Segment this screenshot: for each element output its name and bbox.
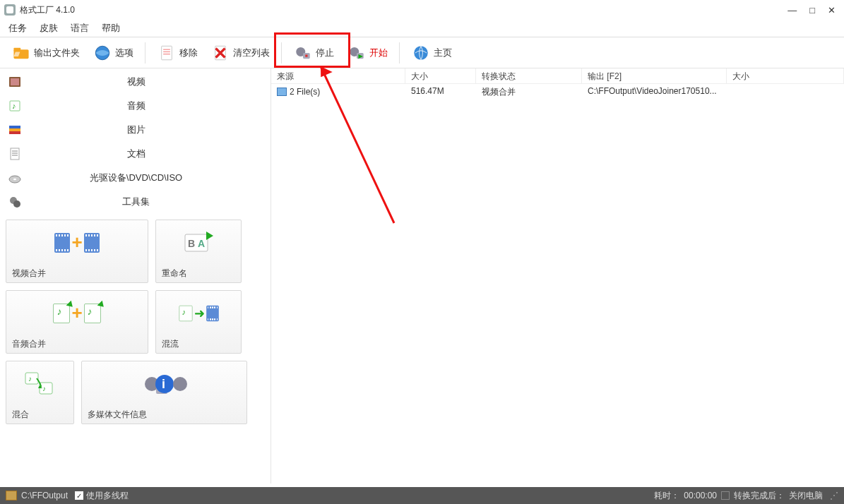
col-output[interactable]: 输出 [F2] xyxy=(582,68,727,83)
app-icon xyxy=(4,4,16,16)
col-source[interactable]: 来源 xyxy=(271,68,405,83)
image-icon xyxy=(7,122,23,138)
stop-button[interactable]: 停止 xyxy=(289,42,338,64)
svg-rect-1 xyxy=(13,47,20,51)
clear-label: 清空列表 xyxy=(233,47,270,59)
category-label: 文档 xyxy=(28,148,244,160)
document-icon xyxy=(7,146,23,162)
svg-rect-11 xyxy=(305,54,307,56)
row-icon xyxy=(277,88,287,96)
svg-text:i: i xyxy=(162,377,165,391)
col-size[interactable]: 大小 xyxy=(405,68,476,83)
titlebar: 格式工厂 4.1.0 — □ ✕ xyxy=(0,0,844,20)
svg-rect-21 xyxy=(9,131,20,134)
tile-art: BA xyxy=(156,220,241,265)
tile-mix[interactable]: ♪♪ 混合 xyxy=(6,361,74,424)
category-list: 视频 ♪ 音频 图片 文档 光驱设备\DVD\CD\ISO 工具集 xyxy=(6,71,265,212)
start-label: 开始 xyxy=(369,47,388,59)
toolbar-separator xyxy=(145,42,145,64)
tile-caption: 音频合并 xyxy=(6,335,148,353)
svg-rect-4 xyxy=(162,46,172,60)
globe-home-icon xyxy=(411,43,431,63)
menu-skin[interactable]: 皮肤 xyxy=(40,22,58,35)
svg-text:♪: ♪ xyxy=(42,385,46,392)
output-folder-label: 输出文件夹 xyxy=(34,47,80,59)
svg-point-41 xyxy=(173,377,187,391)
category-document[interactable]: 文档 xyxy=(6,143,265,164)
tile-caption: 多媒体文件信息 xyxy=(82,406,246,424)
home-label: 主页 xyxy=(434,47,452,59)
category-label: 工具集 xyxy=(28,196,244,208)
disc-icon xyxy=(7,170,23,186)
remove-label: 移除 xyxy=(179,47,198,59)
svg-rect-33 xyxy=(25,373,38,384)
row-size2 xyxy=(727,84,844,100)
output-folder-button[interactable]: 输出文件夹 xyxy=(7,42,84,64)
menubar: 任务 皮肤 语言 帮助 xyxy=(0,20,844,37)
minimize-button[interactable]: — xyxy=(787,5,797,16)
category-disc[interactable]: 光驱设备\DVD\CD\ISO xyxy=(6,167,265,188)
task-list-panel: 来源 大小 转换状态 输出 [F2] 大小 2 File(s) 516.47M … xyxy=(271,68,844,484)
task-row[interactable]: 2 File(s) 516.47M 视频合并 C:\FFOutput\Video… xyxy=(271,84,844,100)
row-output: C:\FFOutput\VideoJoiner170510... xyxy=(582,84,727,100)
document-icon xyxy=(157,43,177,63)
svg-rect-16 xyxy=(11,78,19,85)
category-video[interactable]: 视频 xyxy=(6,71,265,92)
start-button[interactable]: 开始 xyxy=(343,42,392,64)
window-controls: — □ ✕ xyxy=(787,5,840,16)
multithread-label: 使用多线程 xyxy=(86,490,129,502)
after-checkbox[interactable] xyxy=(721,491,730,500)
tile-mux[interactable]: ➜ 混流 xyxy=(155,290,242,354)
menu-help[interactable]: 帮助 xyxy=(102,22,120,35)
statusbar: C:\FFOutput ✓ 使用多线程 耗时： 00:00:00 转换完成后： … xyxy=(0,487,844,504)
category-label: 图片 xyxy=(28,124,244,136)
tile-rename[interactable]: BA 重命名 xyxy=(155,220,242,283)
multithread-checkbox[interactable]: ✓ xyxy=(75,491,83,500)
video-icon xyxy=(7,74,23,90)
svg-text:A: A xyxy=(198,238,205,249)
close-button[interactable]: ✕ xyxy=(828,5,836,16)
folder-icon xyxy=(6,491,17,500)
svg-point-29 xyxy=(13,200,20,208)
row-state: 视频合并 xyxy=(476,84,582,100)
category-label: 视频 xyxy=(28,76,244,88)
home-button[interactable]: 主页 xyxy=(407,42,456,64)
row-size: 516.47M xyxy=(405,84,476,100)
col-size2[interactable]: 大小 xyxy=(727,68,844,83)
globe-icon xyxy=(93,43,112,63)
toolbar-separator xyxy=(281,42,282,64)
column-headers: 来源 大小 转换状态 输出 [F2] 大小 xyxy=(271,68,844,84)
tile-video-join[interactable]: + 视频合并 xyxy=(6,220,148,283)
options-button[interactable]: 选项 xyxy=(88,42,138,64)
maximize-button[interactable]: □ xyxy=(809,5,815,16)
play-icon xyxy=(347,43,367,63)
tile-art: ♪♪ xyxy=(6,361,73,406)
tile-media-info[interactable]: i 多媒体文件信息 xyxy=(81,361,247,424)
remove-button[interactable]: 移除 xyxy=(153,42,202,64)
status-path[interactable]: C:\FFOutput xyxy=(21,491,68,500)
tile-caption: 视频合并 xyxy=(6,265,148,282)
svg-point-27 xyxy=(13,179,16,181)
svg-rect-20 xyxy=(9,126,20,128)
tile-art: i xyxy=(82,361,246,406)
tile-audio-join[interactable]: + 音频合并 xyxy=(6,290,148,354)
clear-icon xyxy=(210,43,230,63)
tile-art: + xyxy=(6,220,148,265)
category-image[interactable]: 图片 xyxy=(6,119,265,140)
category-tools[interactable]: 工具集 xyxy=(6,191,265,212)
svg-point-14 xyxy=(414,46,428,60)
menu-lang[interactable]: 语言 xyxy=(71,22,89,35)
resize-grip[interactable]: ⋰ xyxy=(830,491,838,500)
row-source: 2 File(s) xyxy=(290,87,320,97)
menu-task[interactable]: 任务 xyxy=(8,22,27,35)
window-title: 格式工厂 4.1.0 xyxy=(20,4,75,16)
svg-rect-22 xyxy=(11,148,19,160)
category-audio[interactable]: ♪ 音频 xyxy=(6,95,265,116)
main-area: 视频 ♪ 音频 图片 文档 光驱设备\DVD\CD\ISO 工具集 xyxy=(0,68,844,484)
clear-list-button[interactable]: 清空列表 xyxy=(206,42,274,64)
col-state[interactable]: 转换状态 xyxy=(476,68,582,83)
svg-text:♪: ♪ xyxy=(28,375,32,383)
svg-text:♪: ♪ xyxy=(12,102,16,110)
sidebar: 视频 ♪ 音频 图片 文档 光驱设备\DVD\CD\ISO 工具集 xyxy=(0,68,271,484)
after-value: 关闭电脑 xyxy=(789,490,823,502)
